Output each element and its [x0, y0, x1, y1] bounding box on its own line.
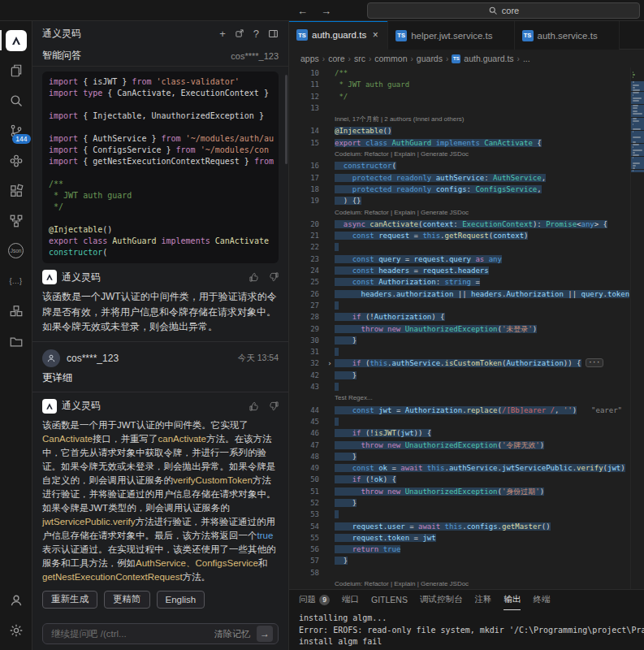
- activity-settings[interactable]: [0, 615, 32, 645]
- activity-flower-extension[interactable]: [0, 145, 32, 176]
- editor-tab-helper.jwt.service.ts[interactable]: TShelper.jwt.service.ts: [388, 21, 514, 50]
- code-editor[interactable]: 10/**11 * JWT auth guard12 */13Innei, 17…: [289, 67, 644, 589]
- folded-code-badge[interactable]: ···: [586, 358, 603, 367]
- minimap[interactable]: [630, 67, 644, 589]
- line-text: @Injectable(): [335, 127, 391, 135]
- line-number: 10: [289, 67, 325, 79]
- new-chat-plus-icon[interactable]: +: [219, 28, 226, 39]
- code-token: jwt: [607, 464, 620, 472]
- tab-smart-qa[interactable]: 智能问答: [42, 49, 81, 63]
- line-content: protected readonly configs: ConfigsServi…: [335, 184, 644, 195]
- line-content: const Authorization: string =: [335, 276, 644, 288]
- line-number: 23: [289, 254, 325, 265]
- activity-blocks[interactable]: [0, 296, 32, 326]
- chat-code-line: */: [49, 202, 272, 213]
- breadcrumb-more[interactable]: ...: [523, 54, 530, 63]
- line-content: [335, 509, 644, 520]
- activity-json-tool[interactable]: Json: [0, 236, 32, 266]
- line-content: headers.authorization || headers.Authori…: [335, 288, 644, 300]
- account-label[interactable]: cos****_123: [231, 51, 279, 61]
- open-external-icon[interactable]: [235, 28, 244, 38]
- fold-column: [325, 125, 335, 136]
- code-token: import: [49, 157, 78, 166]
- code-token: await: [418, 522, 445, 531]
- panel-tab-GITLENS[interactable]: GITLENS: [371, 590, 408, 610]
- panel-tab-端口[interactable]: 端口: [342, 590, 359, 610]
- breadcrumb-item-core[interactable]: core: [328, 54, 344, 63]
- codelens-row[interactable]: Codeium: Refactor | Explain | Generate J…: [289, 149, 644, 160]
- line-number: 45: [289, 416, 325, 427]
- editor-tab-auth.guard.ts[interactable]: TSauth.guard.ts×: [289, 21, 388, 50]
- nav-back-icon[interactable]: ←: [297, 5, 308, 17]
- breadcrumb-file[interactable]: TSauth.guard.ts: [452, 54, 513, 63]
- codelens-row[interactable]: Codeium: Refactor | Explain | Generate J…: [289, 578, 644, 589]
- line-text: return true: [335, 545, 400, 553]
- code-token: const: [352, 266, 379, 275]
- editor-tab-auth.service.ts[interactable]: TSauth.service.ts: [515, 21, 620, 50]
- user-avatar: [42, 349, 60, 367]
- panel-tab-注释[interactable]: 注释: [474, 590, 491, 610]
- activity-snippets[interactable]: {...}: [0, 266, 32, 296]
- line-text: throw new UnauthorizedException('令牌无效'): [335, 441, 544, 449]
- chat-code-line: /**: [49, 179, 272, 190]
- activity-accounts[interactable]: [0, 585, 32, 615]
- activity-search[interactable]: [0, 85, 32, 115]
- code-token: '身份过期': [502, 488, 540, 496]
- user-message-header: cos****_123 今天 13:54: [42, 349, 279, 368]
- clear-memory-button[interactable]: 清除记忆: [214, 628, 250, 640]
- output-console[interactable]: installing algm...Error: EROFS: read-onl…: [289, 610, 644, 648]
- chip-English[interactable]: English: [157, 591, 205, 609]
- fold-chevron-icon[interactable]: ›: [325, 358, 335, 369]
- activity-source-control[interactable]: 144: [0, 115, 32, 145]
- minimap-line: [633, 136, 641, 138]
- codelens-row[interactable]: Codeium: Refactor | Explain | Generate J…: [289, 207, 644, 219]
- code-token: throw new: [361, 441, 405, 449]
- code-line: 12 */: [289, 91, 644, 102]
- tab-label: auth.guard.ts: [312, 30, 366, 40]
- code-token: )) {: [414, 429, 432, 437]
- thumb-down-icon[interactable]: [269, 401, 279, 411]
- code-token: any: [581, 220, 594, 228]
- panel-tab-输出[interactable]: 输出: [504, 590, 521, 610]
- panel-tab-问题[interactable]: 问题9: [299, 590, 330, 610]
- thumb-up-icon[interactable]: [249, 401, 259, 411]
- activity-extensions[interactable]: [0, 176, 32, 206]
- fold-column: [325, 427, 335, 439]
- line-content: return true: [335, 544, 644, 555]
- chat-scroll-area[interactable]: import { isJWT } from 'class-validator'i…: [32, 67, 288, 619]
- close-icon[interactable]: ×: [370, 29, 380, 41]
- line-text: async canActivate(context: ExecutionCont…: [335, 220, 607, 228]
- chip-更精简[interactable]: 更精简: [104, 591, 150, 609]
- sidebar-scrollbar[interactable]: [285, 75, 287, 164]
- activity-tongyi-lingma[interactable]: [0, 25, 32, 55]
- help-icon[interactable]: ?: [253, 28, 259, 39]
- thumb-down-icon[interactable]: [269, 272, 279, 282]
- activity-folder[interactable]: [0, 326, 32, 356]
- command-center-search[interactable]: core: [367, 2, 640, 19]
- activity-explorer[interactable]: [0, 55, 32, 85]
- breadcrumb-item-apps[interactable]: apps: [300, 54, 319, 63]
- line-content: }: [335, 335, 644, 346]
- minimap-line: [633, 152, 635, 154]
- chevron-right-icon: ›: [517, 54, 520, 63]
- codelens-row[interactable]: Innei, 17个月前 | 2 authors (Innei and othe…: [289, 114, 644, 125]
- breadcrumb-item-guards[interactable]: guards: [417, 54, 443, 63]
- code-token: isCustomToken: [445, 359, 502, 367]
- nav-forward-icon[interactable]: →: [321, 5, 331, 17]
- breadcrumb: apps›core›src›common›guards›TSauth.guard…: [289, 50, 644, 67]
- minimap-line: [633, 76, 633, 78]
- activity-git-graph[interactable]: [0, 206, 32, 236]
- chat-input[interactable]: 继续提问吧 /(ctrl... 清除记忆 →: [42, 623, 279, 644]
- minimap-line: [633, 165, 636, 167]
- send-button[interactable]: →: [257, 626, 273, 642]
- panel-tab-调试控制台[interactable]: 调试控制台: [420, 590, 463, 610]
- chip-重新生成[interactable]: 重新生成: [42, 591, 97, 609]
- thumb-up-icon[interactable]: [249, 272, 259, 282]
- code-token: UnauthorizedException: [405, 325, 498, 333]
- panel-tab-label: 终端: [533, 594, 550, 605]
- breadcrumb-item-src[interactable]: src: [354, 54, 365, 63]
- codelens-row[interactable]: Test Regex...: [289, 392, 644, 404]
- layout-panel-icon[interactable]: [268, 28, 279, 39]
- breadcrumb-item-common[interactable]: common: [374, 54, 407, 63]
- panel-tab-终端[interactable]: 终端: [533, 590, 550, 610]
